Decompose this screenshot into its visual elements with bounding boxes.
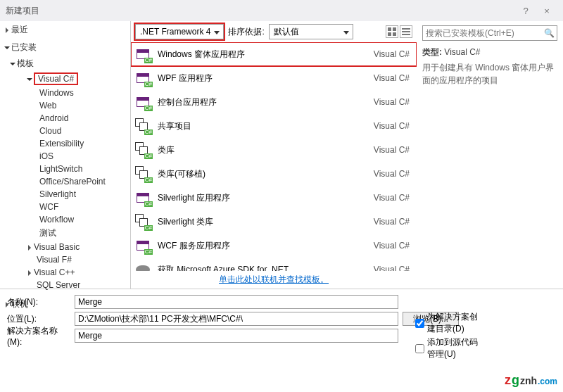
- close-button[interactable]: ×: [536, 6, 557, 16]
- template-row[interactable]: C#WCF 服务应用程序Visual C#: [131, 234, 417, 258]
- right-panel: 🔍 类型: Visual C# 用于创建具有 Windows 窗体用户界面的应用…: [417, 21, 563, 289]
- template-icon: C#: [135, 190, 151, 206]
- template-icon: C#: [135, 166, 151, 182]
- template-row[interactable]: C#获取 Microsoft Azure SDK for .NETVisual …: [131, 258, 417, 271]
- template-lang: Visual C#: [374, 169, 410, 179]
- template-name: WPF 应用程序: [158, 72, 367, 84]
- template-row[interactable]: C#Windows 窗体应用程序Visual C#: [131, 42, 417, 66]
- template-icon: C#: [135, 238, 151, 253]
- template-row[interactable]: C#Silverlight 类库Visual C#: [131, 210, 417, 234]
- template-row[interactable]: C#共享项目Visual C#: [131, 114, 417, 138]
- tree-wcf[interactable]: WCF: [0, 201, 127, 213]
- template-icon: C#: [135, 118, 151, 134]
- template-lang: Visual C#: [374, 97, 410, 107]
- template-row[interactable]: C#WPF 应用程序Visual C#: [131, 66, 417, 90]
- location-input[interactable]: [75, 312, 398, 326]
- template-name: 共享项目: [158, 120, 367, 132]
- template-lang: Visual C#: [374, 265, 410, 271]
- template-icon: C#: [135, 142, 151, 158]
- tree-sqlserver[interactable]: SQL Server: [0, 279, 127, 291]
- template-icon: C#: [135, 46, 151, 62]
- template-lang: Visual C#: [374, 217, 410, 227]
- solution-input[interactable]: [75, 329, 398, 343]
- tree-windows[interactable]: Windows: [0, 87, 127, 99]
- tree-cloud[interactable]: Cloud: [0, 125, 127, 137]
- list-footer: 单击此处以联机并查找模板。: [131, 271, 417, 289]
- template-lang: Visual C#: [374, 241, 410, 251]
- template-row[interactable]: C#Silverlight 应用程序Visual C#: [131, 186, 417, 210]
- tree-templates[interactable]: 模板: [0, 56, 127, 71]
- tree-vcpp[interactable]: Visual C++: [0, 266, 127, 279]
- template-name: WCF 服务应用程序: [158, 240, 367, 252]
- template-name: 控制台应用程序: [158, 96, 367, 108]
- online-templates-link[interactable]: 单击此处以联机并查找模板。: [219, 274, 329, 284]
- name-label: 名称(N):: [7, 296, 70, 308]
- template-lang: Visual C#: [374, 49, 410, 59]
- template-icon: C#: [135, 94, 151, 110]
- template-lang: Visual C#: [374, 145, 410, 155]
- view-list-icon[interactable]: [400, 25, 412, 38]
- tree-office[interactable]: Office/SharePoint: [0, 175, 127, 188]
- sort-label: 排序依据:: [228, 26, 264, 38]
- template-row[interactable]: C#类库Visual C#: [131, 138, 417, 162]
- sort-combo[interactable]: 默认值: [269, 24, 353, 39]
- tree-android[interactable]: Android: [0, 112, 127, 125]
- tree-fsharp[interactable]: Visual F#: [0, 253, 127, 266]
- nav-installed[interactable]: 已安装: [0, 39, 127, 56]
- tree-workflow[interactable]: Workflow: [0, 213, 127, 226]
- tree-visual-csharp[interactable]: Visual C#: [0, 71, 127, 87]
- cb-source-control[interactable]: 添加到源代码管理(U): [415, 336, 479, 360]
- tree-vb[interactable]: Visual Basic: [0, 241, 127, 253]
- tree-silverlight[interactable]: Silverlight: [0, 188, 127, 201]
- template-lang: Visual C#: [374, 193, 410, 203]
- template-row[interactable]: C#类库(可移植)Visual C#: [131, 162, 417, 186]
- name-input[interactable]: [75, 295, 398, 309]
- template-lang: Visual C#: [374, 73, 410, 83]
- view-large-icon[interactable]: [386, 25, 398, 38]
- template-row[interactable]: C#控制台应用程序Visual C#: [131, 90, 417, 114]
- template-icon: C#: [135, 214, 151, 229]
- type-line: 类型: Visual C#: [422, 46, 557, 58]
- type-description: 用于创建具有 Windows 窗体用户界面的应用程序的项目: [422, 61, 557, 87]
- window-title: 新建项目: [6, 5, 39, 17]
- tree-ios[interactable]: iOS: [0, 150, 127, 163]
- titlebar: 新建项目 ? ×: [0, 0, 563, 21]
- template-name: Windows 窗体应用程序: [158, 49, 367, 61]
- search-input[interactable]: [426, 28, 544, 38]
- cb-create-dir[interactable]: 为解决方案创建目录(D): [415, 311, 479, 335]
- template-name: 获取 Microsoft Azure SDK for .NET: [158, 264, 367, 272]
- template-name: 类库(可移植): [158, 168, 367, 180]
- template-lang: Visual C#: [374, 121, 410, 131]
- left-nav: 最近 已安装 模板 Visual C# Windows Web Android …: [0, 21, 130, 289]
- template-icon: C#: [135, 70, 151, 86]
- center-panel: .NET Framework 4 排序依据: 默认值 C#Windows 窗体应…: [130, 21, 417, 289]
- template-icon: C#: [135, 262, 151, 271]
- search-icon[interactable]: 🔍: [544, 28, 554, 38]
- tree-extensibility[interactable]: Extensibility: [0, 137, 127, 150]
- template-list: C#Windows 窗体应用程序Visual C#C#WPF 应用程序Visua…: [131, 42, 417, 271]
- location-label: 位置(L):: [7, 313, 70, 325]
- template-name: Silverlight 应用程序: [158, 192, 367, 204]
- tree-web[interactable]: Web: [0, 99, 127, 112]
- nav-recent[interactable]: 最近: [0, 21, 127, 39]
- template-name: 类库: [158, 144, 367, 156]
- help-button[interactable]: ?: [515, 6, 536, 16]
- watermark: zgznh.com: [505, 373, 557, 388]
- solution-label: 解决方案名称(M):: [7, 325, 70, 347]
- search-box[interactable]: 🔍: [422, 25, 557, 41]
- bottom-form: 名称(N): 位置(L): 浏览(B)... 解决方案名称(M): 为解决方案创…: [0, 289, 563, 348]
- framework-combo[interactable]: .NET Framework 4: [135, 24, 224, 39]
- tree-lightswitch[interactable]: LightSwitch: [0, 163, 127, 175]
- tree-test[interactable]: 测试: [0, 226, 127, 241]
- template-name: Silverlight 类库: [158, 216, 367, 228]
